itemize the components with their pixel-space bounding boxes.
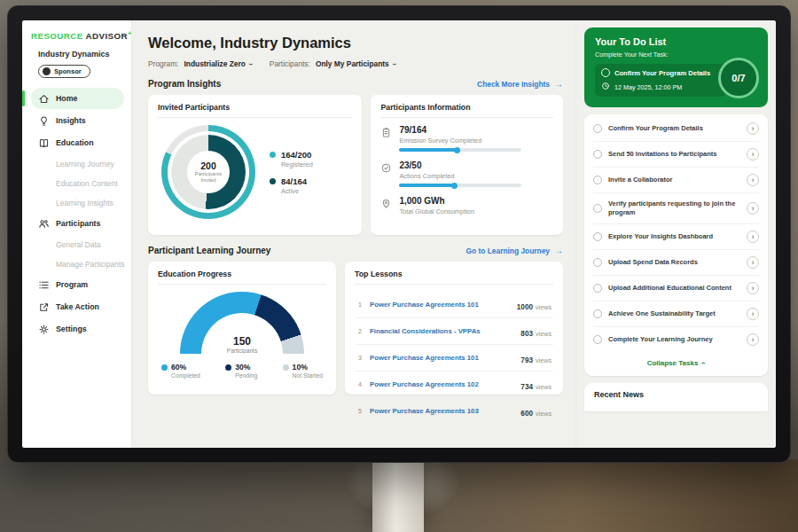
task-row-invite-collaborator[interactable]: Invite a Collaborator › — [593, 168, 759, 193]
task-row-achieve-target[interactable]: Achieve One Sustainability Target › — [593, 301, 759, 327]
chevron-down-icon: › — [390, 63, 398, 66]
task-row-explore-insights[interactable]: Explore Your Insights Dashboard › — [593, 224, 759, 250]
lesson-link[interactable]: Power Purchase Agreements 101 — [370, 354, 514, 362]
location-pin-icon — [380, 197, 392, 208]
gauge-center-value: 150 — [180, 335, 304, 348]
checkbox-circle-icon[interactable] — [593, 335, 602, 344]
donut-center-label: Participants Invited — [191, 171, 226, 184]
lesson-views-unit: views — [536, 383, 552, 391]
checkbox-circle-icon[interactable] — [593, 232, 602, 241]
checkbox-circle-icon[interactable] — [601, 68, 610, 77]
emission-progress-bar — [399, 148, 521, 152]
gauge-center: 150 Participants — [180, 335, 304, 354]
sponsor-icon — [43, 67, 51, 75]
lesson-link[interactable]: Financial Considerations - VPPAs — [370, 327, 514, 335]
lesson-views: 793 — [520, 356, 533, 364]
sponsor-badge[interactable]: Sponsor — [38, 65, 90, 78]
collapse-label: Collapse Tasks — [647, 359, 699, 367]
card-title: Invited Participants — [158, 103, 352, 118]
sidebar: RESOURCE ADVISOR+ Industry Dynamics Spon… — [22, 20, 132, 448]
sidebar-item-learning-journey[interactable]: Learning Journey — [31, 154, 124, 173]
info-row-actions: 23/50 Actions Completed — [380, 160, 553, 187]
checkbox-circle-icon[interactable] — [593, 150, 602, 159]
go-to-learning-journey-link[interactable]: Go to Learning Journey → — [466, 246, 563, 255]
lesson-row: 5 Power Purchase Agreements 103 600views — [355, 398, 553, 424]
dashboard-screen: RESOURCE ADVISOR+ Industry Dynamics Spon… — [22, 20, 776, 448]
checkbox-circle-icon[interactable] — [593, 176, 602, 184]
chevron-right-icon[interactable]: › — [747, 148, 759, 160]
task-row-complete-learning-journey[interactable]: Complete Your Learning Journey › — [593, 327, 759, 352]
sidebar-item-take-action[interactable]: Take Action — [31, 296, 124, 317]
legend-label: Not Started — [293, 372, 323, 379]
chevron-right-icon[interactable]: › — [747, 174, 759, 186]
legend-value: 30% — [235, 363, 257, 372]
chevron-right-icon[interactable]: › — [747, 308, 759, 320]
checkbox-circle-icon[interactable] — [593, 204, 602, 213]
sidebar-item-home[interactable]: Home — [31, 88, 124, 109]
sidebar-item-manage-participants[interactable]: Manage Participants — [31, 254, 124, 273]
gear-icon — [38, 324, 50, 335]
legend-dot — [283, 364, 289, 371]
sidebar-item-settings[interactable]: Settings — [31, 318, 124, 340]
lesson-rank: 5 — [356, 408, 364, 414]
chevron-right-icon[interactable]: › — [747, 231, 759, 243]
lesson-link[interactable]: Power Purchase Agreements 103 — [370, 407, 514, 415]
sidebar-item-education[interactable]: Education — [31, 132, 124, 153]
check-more-insights-link[interactable]: Check More Insights → — [477, 79, 563, 89]
checkbox-circle-icon[interactable] — [593, 309, 602, 318]
chevron-right-icon[interactable]: › — [747, 202, 759, 215]
sidebar-item-education-content[interactable]: Education Content — [31, 174, 124, 192]
checkbox-circle-icon[interactable] — [593, 284, 602, 293]
program-filter-dropdown[interactable]: Industrialize Zero › — [184, 59, 251, 68]
gauge-center-label: Participants — [180, 348, 304, 354]
task-row-upload-spend-data[interactable]: Upload Spend Data Records › — [593, 250, 759, 276]
chevron-right-icon[interactable]: › — [747, 333, 759, 346]
next-task-label: Confirm Your Program Details — [614, 69, 710, 77]
lesson-link[interactable]: Power Purchase Agreements 102 — [370, 380, 514, 388]
recent-news-card: Recent News — [584, 383, 768, 411]
next-task-due: 12 May 2025, 12:00 PM — [614, 83, 682, 91]
sidebar-item-general-data[interactable]: General Data — [31, 235, 124, 254]
collapse-tasks-button[interactable]: Collapse Tasks › — [593, 352, 759, 372]
sidebar-item-label: Education Content — [56, 179, 118, 188]
info-label: Total Global Consumption — [399, 207, 474, 215]
todo-title: Your To Do List — [595, 36, 757, 47]
program-insights-header: Program Insights Check More Insights → — [148, 79, 563, 89]
legend-label: Active — [281, 187, 307, 195]
checkbox-circle-icon[interactable] — [593, 124, 602, 133]
chevron-right-icon[interactable]: › — [747, 122, 759, 135]
sidebar-item-label: General Data — [56, 240, 101, 249]
chevron-up-icon: › — [700, 362, 708, 364]
legend-value: 164/200 — [281, 150, 313, 160]
program-filter-value: Industrialize Zero — [184, 59, 245, 68]
todo-tasks-card: Confirm Your Program Details › Send 50 I… — [584, 114, 768, 376]
legend-value: 60% — [171, 363, 200, 372]
chevron-right-icon[interactable]: › — [747, 256, 759, 269]
task-label: Explore Your Insights Dashboard — [608, 232, 740, 241]
checkbox-circle-icon[interactable] — [593, 258, 602, 267]
sidebar-item-program[interactable]: Program — [31, 274, 124, 295]
account-name: Industry Dynamics — [38, 50, 124, 59]
task-label: Confirm Your Program Details — [608, 124, 740, 133]
task-row-send-invitations[interactable]: Send 50 Invitations to Participants › — [593, 142, 759, 168]
chevron-right-icon[interactable]: › — [747, 282, 759, 294]
task-row-upload-educational-content[interactable]: Upload Additional Educational Content › — [593, 276, 759, 301]
legend-pending: 30% Pending — [225, 363, 257, 379]
home-icon — [38, 93, 50, 105]
brand-primary: RESOURCE — [31, 31, 83, 41]
legend-dot — [225, 364, 231, 371]
program-filter-label: Program: — [148, 59, 178, 68]
participants-filter-dropdown[interactable]: Only My Participants › — [316, 59, 395, 68]
education-progress-card: Education Progress 150 Participants — [148, 262, 336, 395]
lesson-link[interactable]: Power Purchase Agreements 101 — [370, 301, 511, 309]
lesson-rank: 4 — [356, 381, 364, 387]
sidebar-item-label: Participants — [56, 219, 100, 228]
sidebar-item-participants[interactable]: Participants — [31, 213, 124, 234]
sidebar-item-learning-insights[interactable]: Learning Insights — [31, 193, 124, 212]
invited-participants-card: Invited Participants 200 Participants In… — [148, 95, 362, 235]
task-row-verify-participants[interactable]: Verify participants requesting to join t… — [593, 193, 759, 224]
sidebar-item-insights[interactable]: Insights — [31, 110, 124, 131]
task-row-confirm-program[interactable]: Confirm Your Program Details › — [593, 116, 759, 142]
participants-information-card: Participants Information 79/164 Emission… — [371, 95, 563, 235]
next-task-box[interactable]: Confirm Your Program Details 12 May 2025… — [595, 64, 726, 97]
